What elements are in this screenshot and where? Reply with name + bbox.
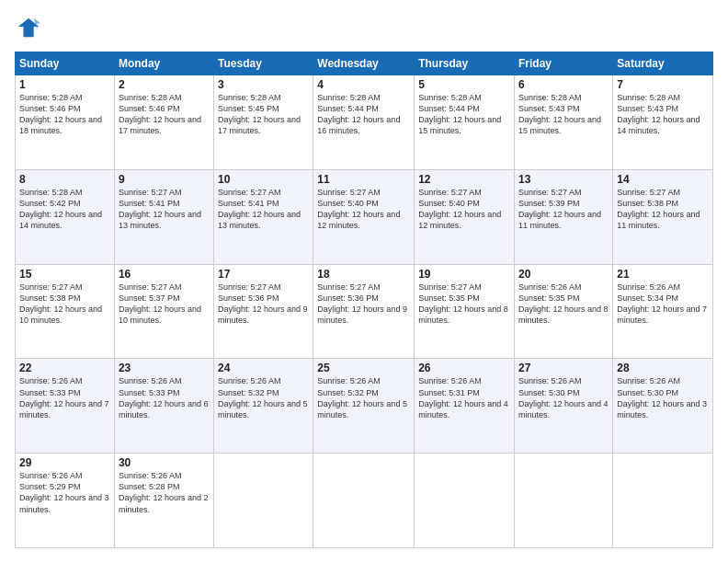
calendar-cell <box>613 454 713 548</box>
day-number: 15 <box>19 268 110 281</box>
day-info: Sunrise: 5:27 AMSunset: 5:41 PMDaylight:… <box>218 187 309 232</box>
day-number: 25 <box>317 362 410 374</box>
calendar-cell: 20 Sunrise: 5:26 AMSunset: 5:35 PMDaylig… <box>515 264 613 359</box>
day-info: Sunrise: 5:28 AMSunset: 5:43 PMDaylight:… <box>617 92 709 137</box>
day-number: 20 <box>518 268 609 281</box>
calendar-table: SundayMondayTuesdayWednesdayThursdayFrid… <box>15 52 713 548</box>
day-number: 12 <box>418 173 510 186</box>
calendar-cell: 17 Sunrise: 5:27 AMSunset: 5:36 PMDaylig… <box>214 264 313 359</box>
day-number: 23 <box>119 362 210 374</box>
day-info: Sunrise: 5:26 AMSunset: 5:35 PMDaylight:… <box>518 282 609 327</box>
day-number: 29 <box>19 456 110 469</box>
calendar-cell: 6 Sunrise: 5:28 AMSunset: 5:43 PMDayligh… <box>515 75 613 170</box>
day-number: 28 <box>617 362 709 374</box>
day-number: 3 <box>218 78 309 91</box>
day-number: 2 <box>119 78 210 91</box>
calendar-cell: 25 Sunrise: 5:26 AMSunset: 5:32 PMDaylig… <box>313 359 415 454</box>
day-number: 5 <box>418 78 510 91</box>
day-info: Sunrise: 5:26 AMSunset: 5:34 PMDaylight:… <box>617 282 709 327</box>
column-header-sunday: Sunday <box>16 52 115 75</box>
day-number: 19 <box>418 268 510 281</box>
day-info: Sunrise: 5:28 AMSunset: 5:43 PMDaylight:… <box>518 92 609 137</box>
calendar-cell: 5 Sunrise: 5:28 AMSunset: 5:44 PMDayligh… <box>415 75 515 170</box>
day-info: Sunrise: 5:28 AMSunset: 5:46 PMDaylight:… <box>19 92 110 137</box>
day-info: Sunrise: 5:28 AMSunset: 5:44 PMDaylight:… <box>317 92 410 137</box>
day-number: 14 <box>617 173 709 186</box>
day-number: 16 <box>119 268 210 281</box>
day-number: 7 <box>617 78 709 91</box>
day-info: Sunrise: 5:27 AMSunset: 5:36 PMDaylight:… <box>218 282 309 327</box>
day-number: 22 <box>19 362 110 374</box>
column-header-tuesday: Tuesday <box>214 52 313 75</box>
day-number: 17 <box>218 268 309 281</box>
day-number: 18 <box>317 268 410 281</box>
day-info: Sunrise: 5:26 AMSunset: 5:33 PMDaylight:… <box>19 375 110 420</box>
column-header-thursday: Thursday <box>415 52 515 75</box>
calendar-cell: 27 Sunrise: 5:26 AMSunset: 5:30 PMDaylig… <box>515 359 613 454</box>
calendar-week-1: 1 Sunrise: 5:28 AMSunset: 5:46 PMDayligh… <box>16 75 713 170</box>
day-info: Sunrise: 5:27 AMSunset: 5:39 PMDaylight:… <box>518 187 609 232</box>
calendar-cell: 23 Sunrise: 5:26 AMSunset: 5:33 PMDaylig… <box>114 359 213 454</box>
day-info: Sunrise: 5:27 AMSunset: 5:38 PMDaylight:… <box>617 187 709 232</box>
calendar-cell <box>515 454 613 548</box>
day-number: 11 <box>317 173 410 186</box>
calendar-week-5: 29 Sunrise: 5:26 AMSunset: 5:29 PMDaylig… <box>16 454 713 548</box>
calendar-cell: 8 Sunrise: 5:28 AMSunset: 5:42 PMDayligh… <box>16 169 115 264</box>
day-number: 13 <box>518 173 609 186</box>
day-number: 26 <box>418 362 510 374</box>
logo-icon <box>17 15 42 40</box>
calendar-cell: 9 Sunrise: 5:27 AMSunset: 5:41 PMDayligh… <box>114 169 213 264</box>
calendar-cell: 22 Sunrise: 5:26 AMSunset: 5:33 PMDaylig… <box>16 359 115 454</box>
calendar-cell: 19 Sunrise: 5:27 AMSunset: 5:35 PMDaylig… <box>415 264 515 359</box>
calendar-cell: 14 Sunrise: 5:27 AMSunset: 5:38 PMDaylig… <box>613 169 713 264</box>
day-number: 8 <box>19 173 110 186</box>
calendar-cell <box>415 454 515 548</box>
day-info: Sunrise: 5:27 AMSunset: 5:37 PMDaylight:… <box>119 282 210 327</box>
calendar-cell: 4 Sunrise: 5:28 AMSunset: 5:44 PMDayligh… <box>313 75 415 170</box>
day-info: Sunrise: 5:26 AMSunset: 5:33 PMDaylight:… <box>119 375 210 420</box>
day-info: Sunrise: 5:28 AMSunset: 5:42 PMDaylight:… <box>19 187 110 232</box>
calendar-cell: 16 Sunrise: 5:27 AMSunset: 5:37 PMDaylig… <box>114 264 213 359</box>
day-info: Sunrise: 5:27 AMSunset: 5:40 PMDaylight:… <box>418 187 510 232</box>
day-number: 4 <box>317 78 410 91</box>
header <box>15 15 713 40</box>
calendar-cell: 1 Sunrise: 5:28 AMSunset: 5:46 PMDayligh… <box>16 75 115 170</box>
day-info: Sunrise: 5:26 AMSunset: 5:29 PMDaylight:… <box>19 470 110 515</box>
calendar-cell: 18 Sunrise: 5:27 AMSunset: 5:36 PMDaylig… <box>313 264 415 359</box>
calendar-cell <box>214 454 313 548</box>
calendar-header-row: SundayMondayTuesdayWednesdayThursdayFrid… <box>16 52 713 75</box>
calendar-week-3: 15 Sunrise: 5:27 AMSunset: 5:38 PMDaylig… <box>16 264 713 359</box>
calendar-cell: 30 Sunrise: 5:26 AMSunset: 5:28 PMDaylig… <box>114 454 213 548</box>
column-header-saturday: Saturday <box>613 52 713 75</box>
calendar-week-2: 8 Sunrise: 5:28 AMSunset: 5:42 PMDayligh… <box>16 169 713 264</box>
day-number: 24 <box>218 362 309 374</box>
calendar-cell: 11 Sunrise: 5:27 AMSunset: 5:40 PMDaylig… <box>313 169 415 264</box>
day-number: 1 <box>19 78 110 91</box>
day-info: Sunrise: 5:26 AMSunset: 5:28 PMDaylight:… <box>119 470 210 515</box>
day-number: 21 <box>617 268 709 281</box>
day-info: Sunrise: 5:28 AMSunset: 5:44 PMDaylight:… <box>418 92 510 137</box>
day-info: Sunrise: 5:28 AMSunset: 5:46 PMDaylight:… <box>119 92 210 137</box>
day-info: Sunrise: 5:26 AMSunset: 5:32 PMDaylight:… <box>317 375 410 420</box>
calendar-cell: 29 Sunrise: 5:26 AMSunset: 5:29 PMDaylig… <box>16 454 115 548</box>
day-number: 9 <box>119 173 210 186</box>
column-header-friday: Friday <box>515 52 613 75</box>
calendar-cell: 26 Sunrise: 5:26 AMSunset: 5:31 PMDaylig… <box>415 359 515 454</box>
calendar-cell: 10 Sunrise: 5:27 AMSunset: 5:41 PMDaylig… <box>214 169 313 264</box>
calendar-cell: 2 Sunrise: 5:28 AMSunset: 5:46 PMDayligh… <box>114 75 213 170</box>
calendar-cell: 12 Sunrise: 5:27 AMSunset: 5:40 PMDaylig… <box>415 169 515 264</box>
day-number: 27 <box>518 362 609 374</box>
day-info: Sunrise: 5:27 AMSunset: 5:38 PMDaylight:… <box>19 282 110 327</box>
day-info: Sunrise: 5:27 AMSunset: 5:36 PMDaylight:… <box>317 282 410 327</box>
day-info: Sunrise: 5:26 AMSunset: 5:32 PMDaylight:… <box>218 375 309 420</box>
calendar-week-4: 22 Sunrise: 5:26 AMSunset: 5:33 PMDaylig… <box>16 359 713 454</box>
column-header-wednesday: Wednesday <box>313 52 415 75</box>
day-info: Sunrise: 5:27 AMSunset: 5:35 PMDaylight:… <box>418 282 510 327</box>
day-number: 10 <box>218 173 309 186</box>
day-info: Sunrise: 5:27 AMSunset: 5:41 PMDaylight:… <box>119 187 210 232</box>
logo <box>15 15 42 40</box>
day-info: Sunrise: 5:28 AMSunset: 5:45 PMDaylight:… <box>218 92 309 137</box>
calendar-cell: 28 Sunrise: 5:26 AMSunset: 5:30 PMDaylig… <box>613 359 713 454</box>
calendar-cell <box>313 454 415 548</box>
calendar-cell: 13 Sunrise: 5:27 AMSunset: 5:39 PMDaylig… <box>515 169 613 264</box>
